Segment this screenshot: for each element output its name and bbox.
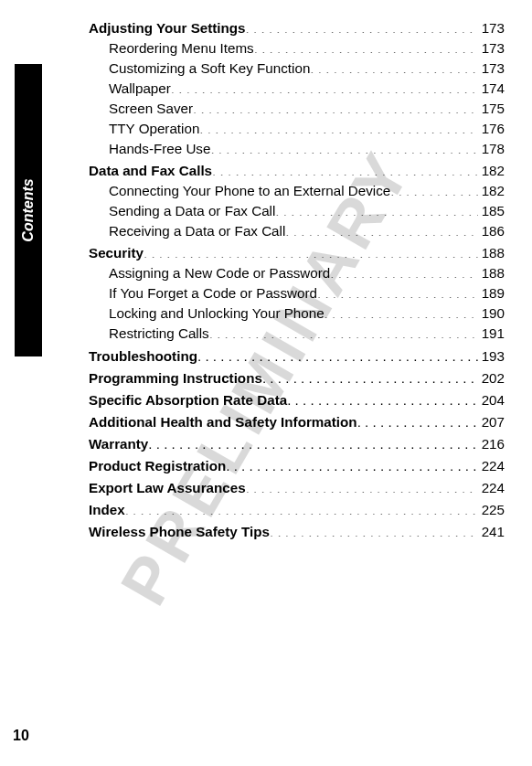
toc-row: Specific Absorption Rate Data204 xyxy=(89,390,505,410)
toc-row: Security188 xyxy=(89,243,505,263)
toc-leader-dots xyxy=(226,456,477,470)
toc-label: Troubleshooting xyxy=(89,346,197,367)
toc-page: 188 xyxy=(478,263,505,283)
toc-label: Product Registration xyxy=(89,456,226,476)
toc-row: Customizing a Soft Key Function173 xyxy=(89,59,505,79)
toc-leader-dots xyxy=(287,390,477,404)
toc-label: Customizing a Soft Key Function xyxy=(109,59,310,79)
toc-label: Data and Fax Calls xyxy=(89,161,212,181)
toc-row: Restricting Calls191 xyxy=(89,324,505,344)
toc-label: Wireless Phone Safety Tips xyxy=(89,522,270,542)
toc-page: 178 xyxy=(478,139,505,159)
toc-leader-dots xyxy=(275,202,477,216)
toc-label: Restricting Calls xyxy=(109,324,209,344)
toc-label: Sending a Data or Fax Call xyxy=(109,201,275,221)
toc-row: Screen Saver175 xyxy=(89,99,505,119)
toc-leader-dots xyxy=(193,100,478,113)
toc-label: Additional Health and Safety Information xyxy=(89,412,357,432)
toc-leader-dots xyxy=(246,479,478,493)
toc-page: 186 xyxy=(478,221,505,241)
toc-row: Additional Health and Safety Information… xyxy=(89,412,505,432)
toc-row: Assigning a New Code or Password 188 xyxy=(89,263,505,283)
toc-label: TTY Operation xyxy=(109,119,199,139)
toc-leader-dots xyxy=(310,59,477,73)
section-tab: Contents xyxy=(15,64,42,356)
toc-row: Data and Fax Calls182 xyxy=(89,161,505,181)
toc-page: 173 xyxy=(478,18,505,38)
toc-page: 216 xyxy=(478,434,505,454)
toc-page: 189 xyxy=(478,283,505,303)
toc-leader-dots xyxy=(197,346,478,360)
toc-row: If You Forget a Code or Password 189 xyxy=(89,283,505,303)
toc-page: 185 xyxy=(478,201,505,221)
toc-row: Receiving a Data or Fax Call186 xyxy=(89,221,505,241)
toc-label: Screen Saver xyxy=(109,99,193,119)
toc-label: Connecting Your Phone to an External Dev… xyxy=(109,181,390,201)
toc-page: 202 xyxy=(478,368,505,388)
toc-page: 173 xyxy=(478,59,505,79)
toc-row: Adjusting Your Settings173 xyxy=(89,18,505,38)
toc-row: Product Registration224 xyxy=(89,456,505,476)
toc-page: 241 xyxy=(478,522,505,542)
toc-page: 173 xyxy=(478,38,505,59)
toc-row: Export Law Assurances 224 xyxy=(89,478,505,498)
toc-label: Specific Absorption Rate Data xyxy=(89,390,287,410)
toc-leader-dots xyxy=(199,120,477,133)
toc-label: Programming Instructions xyxy=(89,368,262,388)
toc-page: 224 xyxy=(478,478,505,498)
toc-row: Wallpaper174 xyxy=(89,79,505,99)
toc-page: 207 xyxy=(478,412,505,432)
toc-page: 182 xyxy=(478,161,505,181)
toc-label: Index xyxy=(89,500,125,520)
toc-row: Sending a Data or Fax Call 185 xyxy=(89,201,505,221)
toc-leader-dots xyxy=(246,19,478,33)
toc-leader-dots xyxy=(390,182,477,196)
toc-label: Security xyxy=(89,243,144,263)
toc-leader-dots xyxy=(285,222,477,236)
toc-leader-dots xyxy=(330,264,477,278)
toc-leader-dots xyxy=(262,368,478,382)
toc-label: Warranty xyxy=(89,434,148,454)
table-of-contents: Adjusting Your Settings173Reordering Men… xyxy=(89,18,505,542)
toc-page: 224 xyxy=(478,456,505,476)
toc-row: Connecting Your Phone to an External Dev… xyxy=(89,181,505,201)
toc-label: Reordering Menu Items xyxy=(109,38,254,59)
toc-leader-dots xyxy=(270,523,478,537)
toc-page: 193 xyxy=(478,346,505,367)
toc-leader-dots xyxy=(171,80,478,93)
toc-label: Hands-Free Use xyxy=(109,139,210,159)
toc-row: Hands-Free Use 178 xyxy=(89,139,505,159)
toc-row: Index225 xyxy=(89,500,505,520)
toc-leader-dots xyxy=(144,244,478,258)
toc-leader-dots xyxy=(125,501,478,515)
section-tab-label: Contents xyxy=(20,178,37,241)
toc-label: If You Forget a Code or Password xyxy=(109,283,317,303)
toc-row: Reordering Menu Items173 xyxy=(89,38,505,59)
toc-row: Warranty216 xyxy=(89,434,505,454)
toc-leader-dots xyxy=(325,304,478,318)
toc-leader-dots xyxy=(148,434,477,448)
toc-leader-dots xyxy=(209,324,478,338)
toc-page: 225 xyxy=(478,500,505,520)
toc-label: Adjusting Your Settings xyxy=(89,18,246,38)
toc-page: 174 xyxy=(478,79,505,99)
toc-page: 182 xyxy=(478,181,505,201)
toc-label: Assigning a New Code or Password xyxy=(109,263,330,283)
toc-page: 204 xyxy=(478,390,505,410)
toc-leader-dots xyxy=(317,284,478,298)
toc-row: Locking and Unlocking Your Phone 190 xyxy=(89,303,505,324)
toc-row: Troubleshooting193 xyxy=(89,346,505,367)
toc-label: Locking and Unlocking Your Phone xyxy=(109,303,325,324)
toc-row: TTY Operation176 xyxy=(89,119,505,139)
toc-leader-dots xyxy=(254,39,478,53)
toc-page: 188 xyxy=(478,243,505,263)
toc-page: 175 xyxy=(478,99,505,119)
toc-row: Wireless Phone Safety Tips241 xyxy=(89,522,505,542)
toc-leader-dots xyxy=(210,140,477,154)
toc-page: 190 xyxy=(478,303,505,324)
toc-label: Export Law Assurances xyxy=(89,478,246,498)
toc-row: Programming Instructions 202 xyxy=(89,368,505,388)
toc-label: Receiving a Data or Fax Call xyxy=(109,221,285,241)
toc-label: Wallpaper xyxy=(109,79,171,99)
toc-page: 176 xyxy=(478,119,505,139)
